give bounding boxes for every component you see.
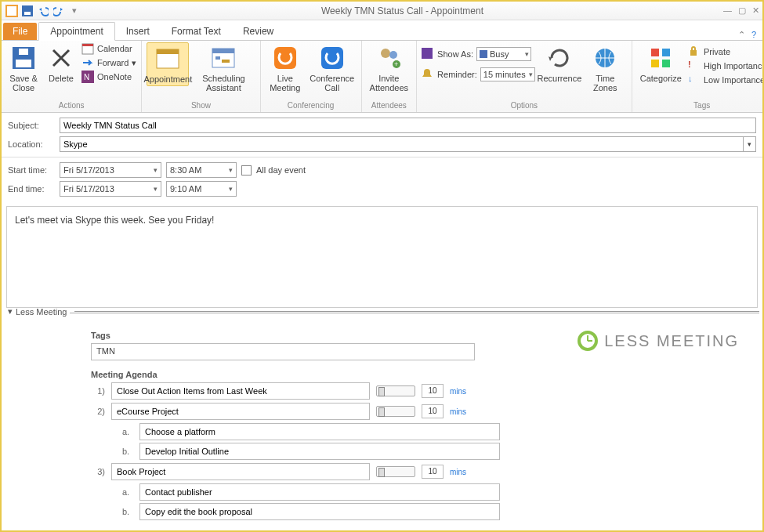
svg-text:N: N [84,73,89,81]
clock-icon [578,331,598,351]
agenda-slider[interactable] [376,385,415,396]
tags-input[interactable]: TMN [91,343,475,360]
svg-rect-5 [16,60,31,67]
svg-rect-18 [321,47,343,69]
svg-text:+: + [394,60,398,68]
recurrence-button[interactable]: Recurrence [538,42,581,85]
agenda-item: 3) 10 mins [91,463,740,480]
svg-rect-26 [662,49,670,56]
agenda-slider[interactable] [376,406,415,417]
ribbon-collapse-icon[interactable]: ⌃ [738,30,745,40]
svg-rect-17 [274,47,296,69]
subject-label: Subject: [8,121,53,130]
quick-access-toolbar: ▾ [5,4,81,18]
agenda-subitem: a. [122,483,740,501]
private-button[interactable]: Private [688,45,764,58]
tab-insert[interactable]: Insert [115,23,161,40]
save-icon[interactable] [20,4,34,18]
subject-input[interactable] [60,118,756,133]
tab-file[interactable]: File [3,23,37,40]
group-options: Show As: Busy Reminder: 15 minutes Recur… [417,41,632,112]
end-time-input[interactable]: 9:10 AM [166,181,237,197]
maximize-button[interactable]: ▢ [738,5,746,16]
end-date-input[interactable]: Fri 5/17/2013 [60,181,161,197]
reminder-label: Reminder: [437,70,477,79]
agenda-slider[interactable] [376,466,415,477]
close-button[interactable]: ✕ [752,5,759,16]
tab-review[interactable]: Review [232,23,284,40]
agenda-subitem-input[interactable] [139,483,500,501]
undo-icon[interactable] [36,4,50,18]
svg-rect-14 [212,49,234,53]
agenda-subitem: b. [122,503,740,520]
save-close-button[interactable]: Save & Close [6,42,41,94]
svg-point-19 [381,49,390,58]
svg-rect-29 [690,50,697,56]
svg-rect-6 [19,49,28,55]
group-tags: Categorize Private !High Importance ↓Low… [632,41,764,112]
low-importance-button[interactable]: ↓Low Importance [688,74,764,86]
appointment-fields: Subject: Location: ▾ [2,113,762,157]
time-fields: Start time: Fri 5/17/2013 8:30 AM All da… [2,157,762,201]
group-conferencing: Live Meeting Conference Call Conferencin… [261,41,362,112]
allday-checkbox[interactable] [241,165,252,176]
agenda-title-input[interactable] [111,382,370,400]
outlook-icon [5,4,19,18]
scheduling-assistant-button[interactable]: Scheduling Assistant [192,42,255,94]
categorize-button[interactable]: Categorize [637,42,685,85]
forward-button[interactable]: Forward ▾ [81,56,136,69]
qat-more-icon[interactable]: ▾ [67,4,81,18]
svg-rect-1 [7,6,16,16]
svg-rect-8 [82,44,93,46]
invite-attendees-button[interactable]: + Invite Attendees [367,42,412,94]
end-label: End time: [8,184,53,194]
start-label: Start time: [8,165,53,175]
start-time-input[interactable]: 8:30 AM [166,162,237,178]
showas-icon [422,48,434,60]
agenda-title-input[interactable] [111,463,370,480]
less-meeting-logo: LESS MEETING [578,331,739,351]
agenda-mins[interactable]: 10 [422,384,444,398]
svg-rect-23 [422,48,433,59]
tab-appointment[interactable]: Appointment [38,22,114,41]
conference-call-button[interactable]: Conference Call [308,42,357,94]
high-importance-button[interactable]: !High Importance [688,60,764,72]
live-meeting-button[interactable]: Live Meeting [266,42,305,94]
appointment-body[interactable]: Let's meet via Skype this week. See you … [6,206,758,308]
agenda-mins[interactable]: 10 [422,465,444,479]
agenda-subitem-input[interactable] [139,423,500,440]
calendar-button[interactable]: Calendar [81,42,136,55]
svg-rect-3 [24,12,31,15]
showas-dropdown[interactable]: Busy [476,47,531,61]
tab-format-text[interactable]: Format Text [161,23,232,40]
agenda-subitem: a. [122,423,740,440]
svg-point-20 [389,51,397,59]
ribbon-tabs: File Appointment Insert Format Text Revi… [2,20,762,41]
location-label: Location: [8,139,53,149]
time-zones-button[interactable]: Time Zones [584,42,627,94]
start-date-input[interactable]: Fri 5/17/2013 [60,162,161,178]
location-input[interactable] [60,136,744,152]
agenda-label: Meeting Agenda [91,370,740,379]
agenda-subitem-input[interactable] [139,443,500,460]
location-dropdown-icon[interactable]: ▾ [744,136,756,152]
svg-rect-28 [662,60,670,67]
svg-rect-15 [215,56,220,60]
agenda-title-input[interactable] [111,403,370,420]
group-attendees: + Invite Attendees Attendees [362,41,418,112]
delete-button[interactable]: Delete [44,42,78,85]
agenda-mins[interactable]: 10 [422,404,444,418]
appointment-button[interactable]: Appointment [147,42,189,86]
redo-icon[interactable] [52,4,66,18]
agenda-subitem-input[interactable] [139,503,500,520]
reminder-dropdown[interactable]: 15 minutes [480,67,535,81]
onenote-button[interactable]: NOneNote [81,71,136,83]
titlebar: ▾ Weekly TMN Status Call - Appointment —… [2,2,762,20]
svg-rect-27 [651,60,659,67]
minimize-button[interactable]: — [723,5,732,16]
reminder-icon [422,68,434,81]
help-icon[interactable]: ? [751,30,756,39]
agenda-item: 1) 10 mins [91,382,740,400]
agenda-subitem: b. [122,443,740,460]
agenda-item: 2) 10 mins [91,403,740,420]
